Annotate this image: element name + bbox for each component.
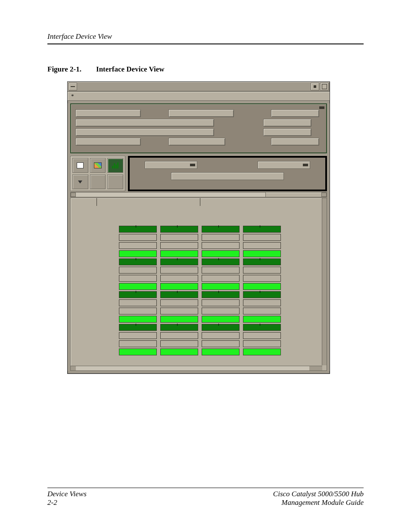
scroll-right-icon[interactable] [321,193,327,197]
interface-port[interactable] [202,324,240,331]
interface-port[interactable] [160,234,198,241]
interface-port[interactable] [119,234,157,241]
upper-scrollbar[interactable] [70,192,327,197]
interface-port[interactable] [202,250,240,257]
interface-port[interactable] [243,267,281,274]
interface-port[interactable] [119,316,157,323]
interface-port[interactable] [119,291,157,298]
interface-port[interactable] [119,275,157,282]
interface-port[interactable] [202,348,240,355]
interface-port[interactable] [160,324,198,331]
interface-port[interactable] [160,299,198,306]
interface-port[interactable] [119,250,157,257]
interface-port[interactable] [160,242,198,249]
info-field[interactable] [75,109,141,117]
interface-port[interactable] [119,267,157,274]
interface-port[interactable] [243,258,281,265]
interface-port[interactable] [202,291,240,298]
minimize-button[interactable] [311,83,319,90]
info-field[interactable] [263,119,311,127]
interface-port[interactable] [160,332,198,339]
interface-port[interactable] [243,275,281,282]
scroll-thumb[interactable] [76,193,266,197]
info-field[interactable] [263,128,311,136]
footer-left: Device Views 2-2 [47,490,87,507]
interface-port[interactable] [119,226,157,233]
info-field[interactable] [168,109,234,117]
vertical-scrollbar[interactable] [322,198,327,365]
footer-guide: Management Module Guide [273,498,364,507]
interface-port[interactable] [119,348,157,355]
tool-bars-icon[interactable] [107,158,123,173]
interface-port[interactable] [243,291,281,298]
interface-port[interactable] [243,332,281,339]
interface-port[interactable] [119,283,157,290]
interface-port[interactable] [160,267,198,274]
interface-port[interactable] [119,258,157,265]
interface-port[interactable] [243,299,281,306]
interface-port[interactable] [160,275,198,282]
info-field[interactable] [271,138,319,146]
interface-port[interactable] [202,299,240,306]
interface-port[interactable] [202,308,240,314]
interface-port[interactable] [119,242,157,249]
interface-port[interactable] [202,283,240,290]
window-titlebar[interactable] [68,82,330,92]
interface-port[interactable] [202,226,240,233]
selector-dropdown[interactable] [258,161,310,169]
interface-port[interactable] [243,234,281,241]
info-field[interactable] [75,128,214,136]
info-field[interactable] [75,119,214,127]
maximize-button[interactable] [320,83,329,90]
footer-page: 2-2 [47,498,87,507]
interface-port[interactable] [202,275,240,282]
interface-port[interactable] [243,324,281,331]
interface-port[interactable] [202,258,240,265]
scroll-thumb[interactable] [76,366,309,370]
menubar[interactable]: * [68,92,330,101]
interface-port[interactable] [160,226,198,233]
tool-sheet-icon[interactable] [72,158,88,173]
info-field[interactable] [271,109,319,117]
selector-dropdown[interactable] [145,161,197,169]
interface-port[interactable] [160,291,198,298]
interface-port[interactable] [160,348,198,355]
info-dropdown[interactable] [168,138,225,146]
scroll-left-icon[interactable] [71,193,76,197]
interface-port[interactable] [119,324,157,331]
interface-port[interactable] [202,316,240,323]
interface-port[interactable] [202,332,240,339]
interface-port[interactable] [160,258,198,265]
info-field[interactable] [75,138,141,146]
interface-port[interactable] [243,226,281,233]
interface-port[interactable] [243,348,281,355]
interface-port[interactable] [243,340,281,347]
interface-port[interactable] [243,316,281,323]
interface-port[interactable] [119,332,157,339]
window-menu-button[interactable] [68,83,77,90]
interface-port[interactable] [160,250,198,257]
tool-chart-icon[interactable] [90,158,106,173]
tool-down-icon[interactable] [72,174,88,189]
banner-field[interactable] [171,172,284,180]
tool-button[interactable] [107,174,123,189]
interface-port[interactable] [243,308,281,314]
interface-port[interactable] [202,340,240,347]
interface-port[interactable] [243,250,281,257]
tool-button[interactable] [90,174,106,189]
interface-port[interactable] [243,242,281,249]
footer-section: Device Views [47,490,87,498]
interface-port[interactable] [160,283,198,290]
interface-port[interactable] [160,308,198,314]
menu-item-star[interactable]: * [71,93,74,100]
interface-port[interactable] [160,340,198,347]
interface-port[interactable] [243,283,281,290]
horizontal-scrollbar[interactable] [71,366,322,370]
interface-port[interactable] [119,340,157,347]
interface-port[interactable] [202,242,240,249]
interface-port[interactable] [119,299,157,306]
interface-port[interactable] [119,308,157,314]
interface-port[interactable] [202,267,240,274]
interface-port[interactable] [202,234,240,241]
interface-port[interactable] [160,316,198,323]
